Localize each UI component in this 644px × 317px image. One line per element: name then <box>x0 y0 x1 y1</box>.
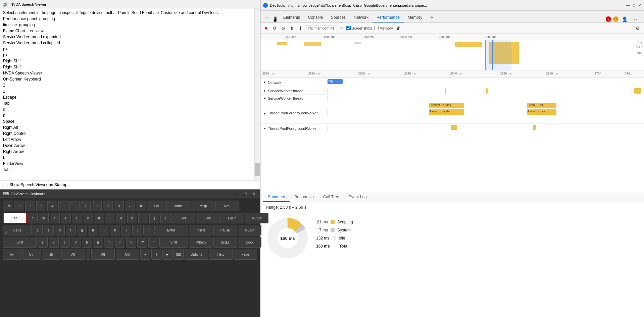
key-rbracket[interactable]: ] <box>149 213 159 223</box>
devtools-more-btn[interactable]: ··· <box>631 16 639 22</box>
stop-btn[interactable]: ⊘ <box>280 25 287 32</box>
key-left-arrow[interactable]: ◄ <box>140 249 150 260</box>
track-label-tpfw1[interactable]: ▼ ThreadPoolForegroundWorker <box>260 110 328 116</box>
track-label-sw2[interactable]: ► ServiceWorker thread <box>260 96 328 101</box>
key-u[interactable]: u <box>94 213 104 223</box>
key-home[interactable]: Home <box>166 201 190 211</box>
refresh-profile-btn[interactable]: ↺ <box>271 25 278 32</box>
key-9[interactable]: ⁹9 <box>103 201 113 211</box>
key-4[interactable]: ⁴4 <box>47 201 57 211</box>
perf-tracks[interactable]: ▼ Network ntp ... ··· ► ServiceWorker th… <box>260 78 644 193</box>
key-win[interactable]: ⊞ <box>42 249 60 260</box>
track-expand-sw1[interactable]: ► <box>263 89 266 93</box>
key-pause[interactable]: Pause <box>213 225 237 235</box>
track-label-sw1[interactable]: ► ServiceWorker thread <box>260 88 328 94</box>
screenshots-checkbox[interactable] <box>346 26 351 30</box>
osk-minimize-btn[interactable]: — <box>233 191 240 196</box>
key-options[interactable]: Options <box>185 249 208 260</box>
overview-timeline[interactable]: 500 ms 1000 ms 1500 ms 2000 ms 2500 ms 3… <box>260 34 644 70</box>
key-esc[interactable]: Esc <box>3 201 13 211</box>
key-t[interactable]: t <box>72 213 82 223</box>
key-w[interactable]: w <box>39 213 49 223</box>
download-btn[interactable]: ⬇ <box>297 25 304 32</box>
key-help[interactable]: Help <box>209 249 233 260</box>
key-g[interactable]: g <box>77 225 87 235</box>
key-comma[interactable]: <, <box>115 237 125 248</box>
key-5[interactable]: ⁵5 <box>58 201 68 211</box>
key-x[interactable]: x <box>49 237 59 248</box>
key-0[interactable]: ⁰0 <box>114 201 124 211</box>
track-label-tpfw2[interactable]: ► ThreadPoolForegroundWorker <box>260 126 328 131</box>
devtools-close-btn[interactable]: ✕ <box>638 3 641 8</box>
speech-viewer-content[interactable]: Select an element in the page to inspect… <box>0 8 260 180</box>
key-7[interactable]: ⁷7 <box>81 201 91 211</box>
key-alt-right[interactable]: Alt <box>91 249 115 260</box>
key-ctrl-right[interactable]: Ctrl <box>116 249 139 260</box>
key-shift-left[interactable]: Shift <box>3 237 37 248</box>
key-k[interactable]: k <box>110 225 120 235</box>
tab-memory[interactable]: Memory <box>404 13 426 22</box>
key-slash[interactable]: ?/ <box>137 237 147 248</box>
key-alt-left[interactable]: Alt <box>61 249 85 260</box>
task-stream2[interactable]: Strea... Task <box>527 103 556 108</box>
key-c[interactable]: c <box>60 237 70 248</box>
key-pgup[interactable]: PgUp <box>191 201 214 211</box>
screenshots-checkbox-label[interactable]: Screenshots <box>346 26 372 30</box>
key-fade[interactable]: Fade <box>234 249 257 260</box>
key-f[interactable]: f <box>66 225 76 235</box>
key-period[interactable]: >. <box>126 237 136 248</box>
task-parse2[interactable]: Parse...mpile <box>527 109 556 115</box>
key-backslash[interactable]: \ <box>160 213 170 223</box>
network-bar-ntp[interactable]: ntp ... <box>328 79 343 84</box>
key-semicolon[interactable]: ; <box>132 225 142 235</box>
record-btn[interactable]: ● <box>263 24 269 32</box>
show-on-startup-checkbox[interactable] <box>3 183 7 187</box>
key-q[interactable]: q <box>28 213 38 223</box>
key-i[interactable]: i <box>105 213 115 223</box>
tab-more[interactable]: » <box>426 12 437 22</box>
task-parse1[interactable]: Parse ...ompile <box>429 109 464 115</box>
key-m[interactable]: m <box>104 237 114 248</box>
key-up-arrow[interactable]: ^ <box>148 237 158 248</box>
tpfw2-task1[interactable] <box>451 125 457 130</box>
key-mvup[interactable]: Mv Up <box>245 213 268 223</box>
inspect-element-btn[interactable]: ⬚ <box>263 15 271 22</box>
key-enter[interactable]: Enter <box>154 225 188 235</box>
tab-performance[interactable]: Performance <box>373 13 404 22</box>
track-label-network[interactable]: ▼ Network <box>260 80 328 85</box>
task-stream1[interactable]: Streami...e Task <box>429 103 464 108</box>
memory-checkbox-label[interactable]: Memory <box>374 26 393 30</box>
osk-restore-btn[interactable]: □ <box>243 191 248 196</box>
key-h[interactable]: h <box>88 225 98 235</box>
key-b[interactable]: b <box>82 237 92 248</box>
key-j[interactable]: j <box>99 225 109 235</box>
memory-checkbox[interactable] <box>374 26 379 30</box>
key-l[interactable]: l <box>121 225 131 235</box>
tab-event-log[interactable]: Event Log <box>344 193 371 202</box>
key-minus[interactable]: - <box>125 201 135 211</box>
key-lbracket[interactable]: [ <box>138 213 148 223</box>
key-caps[interactable]: Caps <box>3 225 32 235</box>
speech-viewer-scrollbar[interactable] <box>254 8 260 180</box>
track-expand-tpfw1[interactable]: ▼ <box>263 112 266 115</box>
key-8[interactable]: ⁸8 <box>92 201 102 211</box>
key-s[interactable]: s <box>44 225 54 235</box>
key-backspace[interactable]: ⌫ <box>147 201 165 211</box>
key-e[interactable]: e <box>50 213 60 223</box>
key-o[interactable]: o <box>116 213 126 223</box>
key-fn[interactable]: Fn <box>3 249 21 260</box>
tab-sources[interactable]: Sources <box>327 13 350 22</box>
key-mvdn[interactable]: Mv Dn <box>238 225 261 235</box>
key-2[interactable]: ²2 <box>25 201 35 211</box>
tab-call-tree[interactable]: Call Tree <box>318 193 344 202</box>
key-v[interactable]: v <box>71 237 81 248</box>
tpfw2-task2[interactable] <box>533 125 536 130</box>
upload-btn[interactable]: ⬆ <box>289 25 295 32</box>
key-space[interactable] <box>86 249 90 260</box>
key-quote[interactable]: " <box>143 225 153 235</box>
tab-console[interactable]: Console <box>304 13 327 22</box>
tab-summary[interactable]: Summary <box>263 193 290 202</box>
key-down-arrow[interactable]: ▼ <box>151 249 161 260</box>
key-equals[interactable]: = <box>136 201 146 211</box>
key-6[interactable]: ⁶6 <box>69 201 80 211</box>
